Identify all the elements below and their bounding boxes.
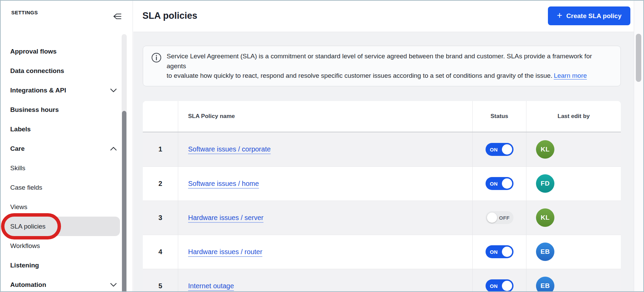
sidebar-item-label: Skills — [10, 164, 25, 172]
sidebar-item-sla-policies[interactable]: SLA policies — [0, 217, 133, 236]
sla-policies-table: SLA Policy name Status Last edit by 1 So… — [143, 101, 621, 292]
toggle-state-label: ON — [490, 283, 498, 289]
main-scrollbar-track — [634, 1, 643, 291]
main-scrollbar-thumb[interactable] — [636, 34, 641, 82]
row-number: 3 — [143, 201, 178, 235]
content-area: Service Level Agreement (SLA) is a commi… — [133, 32, 634, 291]
sidebar-item-label: Case fields — [10, 184, 42, 191]
toggle-knob — [502, 281, 512, 291]
policy-name-link[interactable]: Hardware issues / server — [178, 214, 263, 222]
sidebar-item-listening[interactable]: Listening — [0, 256, 133, 275]
table-header-row: SLA Policy name Status Last edit by — [143, 101, 621, 132]
page-header: SLA policies + Create SLA policy — [133, 0, 634, 32]
editor-avatar: KL — [536, 208, 554, 227]
last-edit-by-cell: KL — [526, 132, 621, 166]
sidebar-item-approval-flows[interactable]: Approval flows — [0, 42, 133, 61]
sidebar-item-data-connections[interactable]: Data connections — [0, 61, 133, 81]
settings-sidebar: SETTINGS Approval flows Data connections… — [0, 0, 133, 292]
policy-name-cell: Hardware issues / server — [178, 201, 472, 235]
last-edit-by-cell: EB — [526, 269, 621, 292]
policy-name-link[interactable]: Internet outage — [178, 282, 234, 290]
sidebar-item-label: Automation — [10, 281, 46, 289]
row-number: 4 — [143, 235, 178, 269]
sidebar-item-label: Approval flows — [10, 48, 57, 55]
policy-name-link[interactable]: Software issues / home — [178, 180, 259, 188]
page-title: SLA policies — [142, 11, 548, 21]
sidebar-item-label: Labels — [10, 126, 31, 133]
sidebar-item-integrations-api[interactable]: Integrations & API — [0, 81, 133, 100]
sidebar-item-label: Business hours — [10, 106, 59, 114]
sidebar-item-label: Listening — [10, 262, 39, 269]
row-number: 1 — [143, 132, 178, 166]
learn-more-link[interactable]: Learn more — [554, 72, 587, 79]
sidebar-title: SETTINGS — [11, 10, 38, 15]
main-panel: SLA policies + Create SLA policy Service… — [133, 0, 634, 292]
policy-name-link[interactable]: Hardware issues / router — [178, 248, 262, 256]
column-header-policy-name: SLA Policy name — [178, 101, 472, 132]
sidebar-item-label: SLA policies — [10, 223, 46, 230]
sidebar-item-label: Data connections — [10, 67, 64, 75]
status-cell: OFF — [472, 201, 526, 235]
plus-icon: + — [557, 11, 562, 20]
chevron-down-icon — [110, 283, 117, 287]
sidebar-item-label: Workflows — [10, 242, 40, 250]
sidebar-item-skills[interactable]: Skills — [0, 158, 133, 178]
toggle-knob — [487, 213, 497, 223]
policy-name-cell: Software issues / home — [178, 167, 472, 201]
chevron-up-icon — [110, 147, 117, 151]
sidebar-item-labels[interactable]: Labels — [0, 119, 133, 139]
sidebar-item-workflows[interactable]: Workflows — [0, 236, 133, 256]
status-toggle[interactable]: OFF — [486, 211, 513, 224]
column-header-status: Status — [472, 101, 526, 132]
sla-info-banner: Service Level Agreement (SLA) is a commi… — [143, 46, 621, 86]
table-row: 2 Software issues / home ON FD — [143, 166, 621, 201]
table-row: 3 Hardware issues / server OFF KL — [143, 201, 621, 235]
sidebar-item-care[interactable]: Care — [0, 139, 133, 158]
editor-avatar: EB — [536, 243, 554, 261]
policy-name-cell: Software issues / corporate — [178, 132, 472, 166]
last-edit-by-cell: EB — [526, 235, 621, 269]
sidebar-nav: Approval flows Data connections Integrat… — [0, 42, 133, 292]
table-body: 1 Software issues / corporate ON KL 2 So… — [143, 132, 621, 292]
status-cell: ON — [472, 132, 526, 166]
sidebar-item-automation[interactable]: Automation — [0, 275, 133, 292]
editor-avatar: FD — [536, 174, 554, 193]
status-toggle[interactable]: ON — [486, 143, 513, 156]
sidebar-scrollbar-track — [122, 34, 127, 292]
row-number: 5 — [143, 269, 178, 292]
status-cell: ON — [472, 235, 526, 269]
table-row: 4 Hardware issues / router ON EB — [143, 235, 621, 269]
sidebar-item-label: Integrations & API — [10, 87, 66, 94]
sidebar-item-views[interactable]: Views — [0, 197, 133, 217]
create-sla-policy-button[interactable]: + Create SLA policy — [548, 6, 630, 25]
editor-avatar: EB — [536, 277, 554, 291]
toggle-state-label: OFF — [499, 215, 510, 221]
status-cell: ON — [472, 269, 526, 292]
last-edit-by-cell: KL — [526, 201, 621, 235]
status-toggle[interactable]: ON — [486, 177, 513, 190]
sla-info-text: Service Level Agreement (SLA) is a commi… — [167, 52, 612, 81]
policy-name-cell: Hardware issues / router — [178, 235, 472, 269]
status-toggle[interactable]: ON — [486, 245, 513, 258]
table-row: 1 Software issues / corporate ON KL — [143, 132, 621, 166]
toggle-knob — [502, 178, 512, 189]
collapse-sidebar-icon[interactable] — [111, 10, 123, 23]
toggle-state-label: ON — [490, 249, 498, 255]
column-header-number — [143, 101, 178, 132]
table-row: 5 Internet outage ON EB — [143, 269, 621, 292]
sidebar-item-business-hours[interactable]: Business hours — [0, 100, 133, 119]
editor-avatar: KL — [536, 140, 554, 159]
sidebar-item-label: Care — [10, 145, 25, 152]
status-cell: ON — [472, 167, 526, 201]
policy-name-cell: Internet outage — [178, 269, 472, 292]
toggle-state-label: ON — [490, 181, 498, 187]
policy-name-link[interactable]: Software issues / corporate — [178, 145, 271, 153]
sidebar-scrollbar-thumb[interactable] — [122, 111, 126, 292]
chevron-down-icon — [110, 88, 117, 92]
last-edit-by-cell: FD — [526, 167, 621, 201]
create-button-label: Create SLA policy — [566, 12, 622, 20]
status-toggle[interactable]: ON — [486, 279, 513, 291]
column-header-last-edit-by: Last edit by — [526, 101, 621, 132]
sidebar-item-case-fields[interactable]: Case fields — [0, 178, 133, 197]
sidebar-item-label: Views — [10, 203, 27, 211]
